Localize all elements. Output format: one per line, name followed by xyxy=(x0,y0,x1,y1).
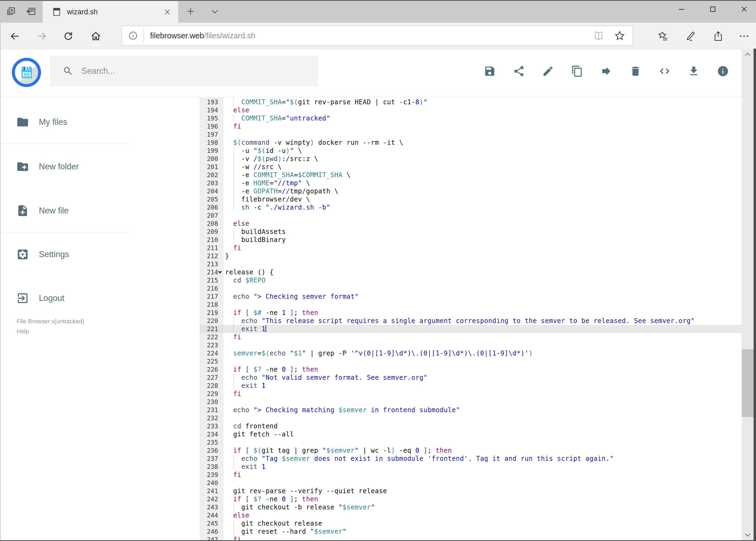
sidebar-item-my-files[interactable]: My files xyxy=(0,105,130,140)
share-button[interactable] xyxy=(513,65,525,77)
code-line[interactable]: fi xyxy=(223,390,742,398)
code-line[interactable]: echo "> Checking matching $semver in fro… xyxy=(223,406,742,414)
code-line[interactable]: cd $REPO xyxy=(223,276,742,284)
code-line[interactable]: git reset --hard "$semver" xyxy=(223,527,742,536)
app-logo[interactable] xyxy=(12,58,41,87)
code-line[interactable]: if [ $# -ne 1 ]; then xyxy=(223,309,742,317)
search-input[interactable] xyxy=(81,66,271,76)
code-line[interactable] xyxy=(223,212,742,220)
code-mode-button[interactable] xyxy=(658,65,671,77)
code-line[interactable]: if [ $? -ne 0 ]; then xyxy=(223,365,742,373)
code-line[interactable]: -e COMMIT_SHA=$COMMIT_SHA \ xyxy=(223,171,742,179)
code-line[interactable] xyxy=(223,357,742,365)
copy-button[interactable] xyxy=(571,65,583,77)
rename-button[interactable] xyxy=(542,65,554,77)
code-line[interactable]: fi xyxy=(223,122,742,131)
help-link[interactable]: Help xyxy=(17,326,85,336)
web-notes-pen-icon[interactable] xyxy=(684,29,697,43)
code-line[interactable] xyxy=(223,438,742,446)
code-line[interactable] xyxy=(223,414,742,422)
page-scrollbar[interactable] xyxy=(742,49,754,540)
code-line[interactable]: echo "Tag $semver does not exist in subm… xyxy=(223,455,742,463)
code-line[interactable]: $(command -v winpty) docker run --rm -it… xyxy=(223,139,742,147)
code-line[interactable]: -e GOPATH=//tmp/gopath \ xyxy=(223,187,742,195)
code-line[interactable]: else xyxy=(223,511,742,519)
code-line[interactable]: buildBinary xyxy=(223,236,742,244)
code-line[interactable]: -v /$(pwd):/src:z \ xyxy=(223,155,742,163)
code-editor[interactable]: 192 if [ $? -eq 0 ]; then193 COMMIT_SHA=… xyxy=(200,98,742,540)
back-button[interactable] xyxy=(8,29,22,43)
code-line[interactable]: -u "$(id -u)" \ xyxy=(223,147,742,155)
save-button[interactable] xyxy=(484,65,496,77)
scroll-down-arrow-icon[interactable] xyxy=(742,529,754,540)
code-line[interactable]: COMMIT_SHA="untracked" xyxy=(223,114,742,122)
share-icon[interactable] xyxy=(711,29,725,43)
sidebar-item-new-folder[interactable]: New folder xyxy=(0,149,130,184)
scrollbar-thumb[interactable] xyxy=(742,349,754,417)
sidebar-item-new-file[interactable]: New file xyxy=(0,193,130,228)
home-button[interactable] xyxy=(89,29,103,43)
code-line[interactable] xyxy=(223,284,742,292)
address-bar[interactable]: filebrowser.web/files/wizard.sh xyxy=(122,26,633,46)
code-line[interactable] xyxy=(223,398,742,406)
code-line[interactable]: buildAssets xyxy=(223,228,742,236)
code-line[interactable]: git fetch --all xyxy=(223,430,742,438)
tab-preview-chevron-icon[interactable] xyxy=(208,5,221,18)
code-line[interactable]: exit 1 xyxy=(223,325,742,333)
code-line[interactable]: if [ $? -ne 0 ]; then xyxy=(223,495,742,503)
code-line[interactable]: sh -c "./wizard.sh -b" xyxy=(223,204,742,212)
code-line[interactable]: -w //src \ xyxy=(223,163,742,171)
code-line[interactable]: git rev-parse --verify --quiet release xyxy=(223,487,742,495)
code-line[interactable]: if [ $(git tag | grep "$semver" | wc -l)… xyxy=(223,446,742,455)
code-line[interactable]: exit 1 xyxy=(223,382,742,390)
hub-favorites-icon[interactable] xyxy=(656,29,670,43)
code-line[interactable]: else xyxy=(223,106,742,114)
new-tab-button[interactable] xyxy=(184,5,197,18)
code-line[interactable]: release () { xyxy=(223,268,742,276)
forward-button[interactable] xyxy=(35,29,49,43)
code-line[interactable]: echo "Not valid semver format. See semve… xyxy=(223,373,742,382)
code-line[interactable]: semver=$(echo "$1" | grep -P '^v(0|[1-9]… xyxy=(223,349,742,357)
code-line[interactable]: echo "> Checking semver format" xyxy=(223,292,742,300)
reading-view-icon[interactable] xyxy=(593,30,604,41)
code-line[interactable]: exit 1 xyxy=(223,463,742,471)
code-line[interactable] xyxy=(223,260,742,268)
download-button[interactable] xyxy=(688,65,700,77)
fold-toggle-icon[interactable] xyxy=(218,271,222,274)
code-line[interactable]: git checkout -b release "$semver" xyxy=(223,503,742,511)
minimize-button[interactable] xyxy=(675,3,688,16)
browser-tab[interactable]: wizard.sh xyxy=(43,1,178,23)
scroll-up-arrow-icon[interactable] xyxy=(742,49,754,60)
delete-button[interactable] xyxy=(630,65,641,77)
sidebar-item-settings[interactable]: Settings xyxy=(0,237,130,272)
maximize-button[interactable] xyxy=(706,3,719,16)
code-line[interactable]: COMMIT_SHA="$(git rev-parse HEAD | cut -… xyxy=(223,98,742,106)
set-tabs-aside-icon[interactable] xyxy=(25,5,38,18)
tab-close-icon[interactable] xyxy=(163,8,171,16)
code-line[interactable]: fi xyxy=(223,471,742,479)
close-window-button[interactable] xyxy=(738,3,751,16)
code-line[interactable] xyxy=(223,341,742,349)
code-line[interactable]: fi xyxy=(223,333,742,341)
code-line[interactable]: fi xyxy=(223,536,742,540)
sidebar-item-logout[interactable]: Logout xyxy=(0,280,130,316)
add-favorite-star-icon[interactable] xyxy=(614,30,626,41)
code-line[interactable]: -e HOME="//tmp" \ xyxy=(223,179,742,187)
code-line[interactable] xyxy=(223,479,742,487)
url-text[interactable]: filebrowser.web/files/wizard.sh xyxy=(150,31,593,40)
code-line[interactable]: fi xyxy=(223,244,742,252)
code-line[interactable]: echo "This release script requires a sin… xyxy=(223,317,742,325)
code-line[interactable]: cd frontend xyxy=(223,422,742,430)
code-line[interactable]: else xyxy=(223,220,742,228)
show-set-aside-tabs-icon[interactable] xyxy=(5,5,18,18)
code-line[interactable] xyxy=(223,131,742,139)
code-line[interactable] xyxy=(223,300,742,309)
search-box[interactable] xyxy=(50,56,318,86)
move-button[interactable] xyxy=(600,65,613,77)
code-line[interactable]: } xyxy=(223,252,742,260)
refresh-button[interactable] xyxy=(62,29,75,43)
page-info-icon[interactable] xyxy=(128,31,138,41)
more-settings-icon[interactable] xyxy=(737,29,751,43)
code-line[interactable]: filebrowser/dev \ xyxy=(223,195,742,204)
info-button[interactable] xyxy=(717,65,729,77)
